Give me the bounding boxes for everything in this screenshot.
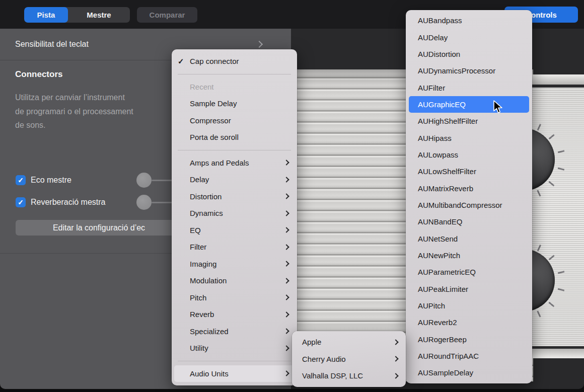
master-echo-checkbox[interactable]: ✓ — [16, 175, 26, 185]
menu-item-label: Compressor — [190, 116, 231, 125]
menu-item-cap-connector[interactable]: ✓ Cap connector — [172, 53, 297, 70]
menu-item-aubandpass[interactable]: AUBandpass — [409, 12, 529, 29]
chevron-right-icon — [283, 261, 289, 267]
echo-slider-knob[interactable] — [136, 173, 152, 188]
menu-item-specialized[interactable]: Specialized — [172, 323, 297, 340]
menu-item-modulation[interactable]: Modulation — [172, 272, 297, 289]
connectors-description: Utilitza per canviar l’instrument de pro… — [15, 91, 176, 132]
menu-item-valhalla-dsp[interactable]: Valhalla DSP, LLC — [292, 367, 406, 384]
menu-item-delay[interactable]: Delay — [172, 171, 297, 188]
menu-item-label: AUFilter — [418, 84, 445, 92]
menu-item-aupeaklimiter[interactable]: AUPeakLimiter — [409, 281, 529, 297]
menu-item-audio-units[interactable]: Audio Units — [174, 365, 295, 382]
menu-item-augraphiceq-highlighted[interactable]: AUGraphicEQ — [409, 96, 529, 113]
brushed-metal-plate — [532, 88, 584, 346]
menu-item-aulowshelffilter[interactable]: AULowShelfFilter — [409, 163, 529, 180]
menu-item-auhighshelffilter[interactable]: AUHighShelfFilter — [409, 113, 529, 129]
apple-audio-units-submenu: AUBandpass AUDelay AUDistortion AUDynami… — [406, 10, 532, 383]
menu-separator — [178, 361, 291, 361]
reverb-slider-knob[interactable] — [136, 195, 152, 210]
menu-item-label: AUPeakLimiter — [418, 285, 468, 293]
menu-item-aulowpass[interactable]: AULowpass — [409, 146, 529, 163]
menu-item-auroundtripaac[interactable]: AURoundTripAAC — [409, 348, 529, 364]
menu-item-aurogerbeep[interactable]: AURogerBeep — [409, 331, 529, 348]
menu-item-auhipass[interactable]: AUHipass — [409, 129, 529, 146]
master-reverb-checkbox[interactable]: ✓ — [16, 197, 26, 207]
amp-knob[interactable] — [532, 128, 555, 191]
menu-item-aumultibandcompressor[interactable]: AUMultibandCompressor — [409, 197, 529, 213]
menu-item-audynamicsprocessor[interactable]: AUDynamicsProcessor — [409, 62, 529, 79]
menu-item-aupitch[interactable]: AUPitch — [409, 297, 529, 314]
menu-item-label: AUParametricEQ — [418, 268, 476, 276]
knob-tick — [549, 255, 555, 260]
menu-item-audelay[interactable]: AUDelay — [409, 29, 529, 45]
mouse-cursor-icon — [493, 100, 505, 116]
chevron-right-icon — [283, 278, 289, 283]
panel-frame-top — [532, 74, 584, 85]
chevron-right-icon — [283, 371, 289, 376]
menu-item-eq[interactable]: EQ — [172, 222, 297, 239]
knob-tick — [537, 124, 541, 130]
chevron-right-icon — [393, 373, 398, 378]
menu-item-ausampledelay[interactable]: AUSampleDelay — [409, 364, 529, 381]
plugin-context-menu: ✓ Cap connector Recent Sample Delay Comp… — [172, 49, 297, 385]
menu-item-label: AUMultibandCompressor — [418, 201, 502, 209]
description-line: de programari o el processament — [15, 105, 176, 119]
menu-item-aureverb2[interactable]: AUReverb2 — [409, 314, 529, 331]
knob-tick — [537, 190, 541, 197]
menu-item-label: Reverb — [190, 310, 214, 319]
menu-item-porta-de-soroll[interactable]: Porta de soroll — [172, 129, 297, 146]
chevron-right-icon — [283, 210, 289, 216]
menu-item-label: Amps and Pedals — [190, 159, 249, 167]
menu-item-label: AUNetSend — [418, 234, 458, 243]
menu-item-label: AUReverb2 — [418, 318, 457, 327]
menu-item-amps-and-pedals[interactable]: Amps and Pedals — [172, 154, 297, 172]
menu-item-reverb[interactable]: Reverb — [172, 306, 297, 323]
edit-echo-settings-button[interactable]: Editar la configuració d’ec — [16, 220, 182, 236]
menu-item-aumatrixreverb[interactable]: AUMatrixReverb — [409, 180, 529, 196]
menu-separator — [178, 150, 291, 150]
menu-item-label: EQ — [190, 226, 201, 234]
menu-item-label: Imaging — [190, 260, 216, 268]
tab-mestre[interactable]: Mestre — [68, 7, 130, 23]
menu-item-label: AUPitch — [418, 301, 445, 310]
chevron-right-icon — [283, 227, 289, 233]
menu-item-aufilter[interactable]: AUFilter — [409, 79, 529, 96]
knob-tick — [549, 134, 555, 139]
menu-item-label: Specialized — [190, 327, 229, 336]
chevron-right-icon — [283, 311, 289, 317]
menu-item-label: Modulation — [190, 276, 227, 285]
master-echo-label: Eco mestre — [31, 176, 71, 185]
chevron-right-icon — [393, 339, 398, 345]
menu-item-aunetsend[interactable]: AUNetSend — [409, 230, 529, 247]
connectors-section-title: Connectors — [15, 69, 62, 80]
menu-item-cherry-audio[interactable]: Cherry Audio — [292, 351, 406, 368]
menu-item-aunewpitch[interactable]: AUNewPitch — [409, 247, 529, 264]
menu-item-label: Utility — [190, 344, 208, 352]
menu-item-label: AUGraphicEQ — [418, 100, 466, 109]
track-master-segmented-control: Pista Mestre — [24, 7, 130, 23]
menu-item-label: Porta de soroll — [190, 133, 239, 141]
app-window: Pista Mestre Comparar Controls — [0, 0, 584, 392]
menu-item-filter[interactable]: Filter — [172, 239, 297, 256]
tab-pista[interactable]: Pista — [24, 7, 68, 23]
menu-item-distortion[interactable]: Distortion — [172, 188, 297, 205]
menu-item-auparametriceq[interactable]: AUParametricEQ — [409, 264, 529, 280]
menu-item-apple[interactable]: Apple — [292, 334, 406, 351]
menu-item-audistortion[interactable]: AUDistortion — [409, 46, 529, 62]
menu-item-label: Sample Delay — [190, 99, 237, 108]
menu-item-utility[interactable]: Utility — [172, 340, 297, 357]
menu-item-dynamics[interactable]: Dynamics — [172, 205, 297, 222]
compare-button[interactable]: Comparar — [137, 7, 197, 23]
menu-item-label: Apple — [302, 338, 321, 346]
menu-item-compressor[interactable]: Compressor — [172, 112, 297, 129]
menu-item-imaging[interactable]: Imaging — [172, 256, 297, 273]
menu-item-pitch[interactable]: Pitch — [172, 289, 297, 306]
master-reverb-label: Reverberació mestra — [31, 198, 106, 207]
amp-knob[interactable] — [532, 249, 555, 311]
menu-item-label: AUHipass — [418, 134, 452, 142]
menu-item-label: AUNBandEQ — [418, 217, 462, 226]
menu-item-sample-delay[interactable]: Sample Delay — [172, 95, 297, 112]
audio-units-vendor-submenu: Apple Cherry Audio Valhalla DSP, LLC — [292, 331, 406, 387]
menu-item-aunbandeq[interactable]: AUNBandEQ — [409, 213, 529, 230]
